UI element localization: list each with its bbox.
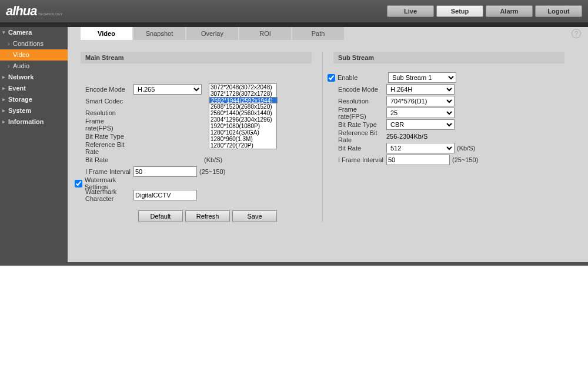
sub-br-unit: (Kb/S) [457, 145, 475, 152]
dd-item[interactable]: 1280*960(1.3M) [209, 136, 276, 142]
sidebar-camera[interactable]: Camera [0, 27, 68, 38]
dd-item[interactable]: 3072*1728(3072x1728) [209, 91, 276, 97]
lbl-sub-ref: Reference Bit Rate [333, 129, 386, 143]
sidebar-network[interactable]: Network [0, 72, 68, 83]
refresh-button[interactable]: Refresh [185, 210, 230, 222]
sub-ifi-range: (25~150) [452, 156, 478, 163]
dd-item[interactable]: 2688*1520(2688x1520) [209, 103, 276, 110]
sidebar-storage[interactable]: Storage [0, 94, 68, 105]
lbl-sub-res: Resolution [333, 98, 386, 105]
sidebar-item-audio[interactable]: Audio [0, 61, 68, 72]
nav-live[interactable]: Live [387, 5, 434, 17]
br-unit: (Kb/S) [204, 156, 222, 163]
sub-stream-title: Sub Stream [333, 52, 564, 63]
default-button[interactable]: Default [138, 210, 183, 222]
lbl-sub-fps: Frame rate(FPS) [333, 106, 386, 120]
main-stream-title: Main Stream [81, 52, 312, 63]
lbl-encode-mode: Encode Mode [81, 86, 133, 93]
tab-path[interactable]: Path [292, 27, 344, 40]
sub-brt[interactable]: CBR [386, 119, 455, 130]
sub-fps[interactable]: 25 [386, 108, 455, 118]
dd-item[interactable]: 2560*1440(2560x1440) [209, 110, 276, 116]
main-encode-mode[interactable]: H.265 [133, 84, 202, 95]
tab-overlay[interactable]: Overlay [186, 27, 238, 40]
sidebar-item-video[interactable]: Video [0, 49, 68, 61]
dd-item[interactable]: 2592*1944(2592x1944) [209, 97, 278, 103]
nav-setup[interactable]: Setup [436, 5, 483, 17]
sub-ref-val: 256-2304Kb/S [386, 133, 427, 140]
sidebar-system[interactable]: System [0, 105, 68, 116]
lbl-ifi: I Frame Interval [81, 168, 133, 175]
sub-encode-mode[interactable]: H.264H [386, 84, 455, 95]
lbl-sub-brt: Bit Rate Type [333, 121, 386, 128]
sub-resolution[interactable]: 704*576(D1) [386, 96, 455, 106]
lbl-br: Bit Rate [81, 156, 133, 163]
lbl-sub-enable: Enable [338, 74, 388, 81]
lbl-ref: Reference Bit Rate [81, 141, 133, 155]
help-icon[interactable]: ? [572, 29, 581, 38]
sidebar-event[interactable]: Event [0, 83, 68, 94]
lbl-sub-br: Bit Rate [333, 145, 386, 152]
dd-item[interactable]: 3072*2048(3072x2048) [209, 84, 276, 91]
tab-video[interactable]: Video [81, 27, 132, 40]
tab-roi[interactable]: ROI [239, 27, 291, 40]
sidebar-information[interactable]: Information [0, 116, 68, 128]
ifi-range: (25~150) [199, 168, 225, 175]
lbl-resolution: Resolution [81, 109, 133, 116]
save-button[interactable]: Save [232, 210, 277, 222]
dd-item[interactable]: 1920*1080(1080P) [209, 123, 276, 129]
brand-logo: alhua [6, 4, 36, 19]
resolution-dropdown[interactable]: 3072*2048(3072x2048) 3072*1728(3072x1728… [209, 83, 277, 149]
brand-sub: TECHNOLOGY [38, 12, 62, 16]
sub-enable-check[interactable] [328, 74, 335, 82]
lbl-brt: Bit Rate Type [81, 133, 133, 140]
lbl-fps: Frame rate(FPS) [81, 118, 133, 132]
dd-item[interactable]: 1280*720(720P) [209, 142, 276, 149]
sidebar-item-conditions[interactable]: Conditions [0, 38, 68, 49]
sidebar: Camera Conditions Video Audio Network Ev… [0, 27, 68, 262]
lbl-smart-codec: Smart Codec [81, 98, 133, 105]
sub-enable-select[interactable]: Sub Stream 1 [388, 72, 456, 83]
watermark-char[interactable] [133, 190, 197, 200]
lbl-sub-ifi: I Frame Interval [333, 156, 386, 163]
nav-logout[interactable]: Logout [535, 5, 582, 17]
dd-item[interactable]: 2304*1296(2304x1296) [209, 116, 276, 123]
tab-snapshot[interactable]: Snapshot [133, 27, 185, 40]
main-ifi[interactable] [133, 166, 197, 177]
lbl-wmc: Watermark Character [81, 188, 133, 202]
watermark-check[interactable] [75, 180, 82, 187]
sub-ifi[interactable] [386, 155, 450, 165]
sub-br[interactable]: 512 [386, 143, 455, 153]
lbl-sub-encode: Encode Mode [333, 86, 386, 93]
dd-item[interactable]: 1280*1024(SXGA) [209, 129, 276, 136]
nav-alarm[interactable]: Alarm [486, 5, 533, 17]
